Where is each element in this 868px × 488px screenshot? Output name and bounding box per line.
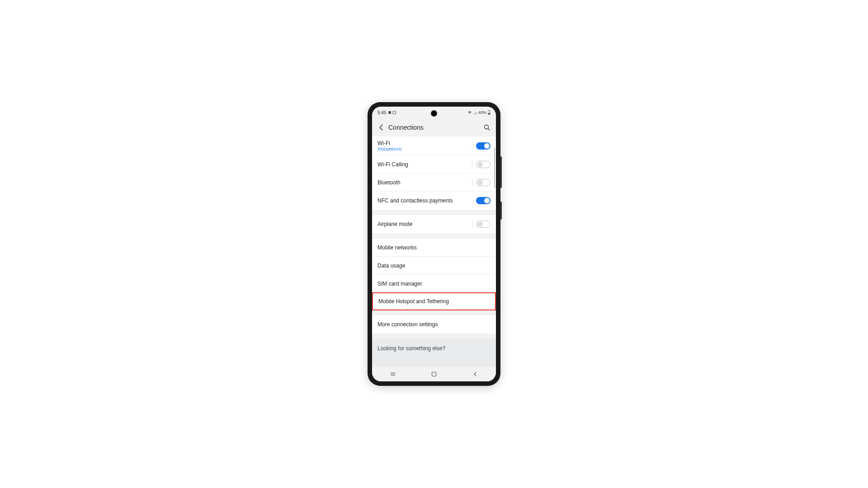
row-text: NFC and contactless payments <box>377 197 453 204</box>
row-nfc[interactable]: NFC and contactless payments <box>372 192 496 210</box>
row-text: Airplane mode <box>377 221 412 227</box>
chevron-left-icon <box>379 124 383 131</box>
search-icon <box>484 124 490 131</box>
toggle-knob <box>484 143 490 149</box>
toggle-knob <box>477 180 483 185</box>
toggle-wrap <box>476 197 491 204</box>
row-title: NFC and contactless payments <box>377 197 453 204</box>
wifi-icon <box>467 111 472 114</box>
back-icon <box>473 371 477 377</box>
row-wifi-calling[interactable]: Wi-Fi Calling <box>372 155 496 174</box>
recents-icon <box>390 372 396 376</box>
nfc-toggle[interactable] <box>476 197 491 204</box>
settings-content: Wi-Fi SSIDptt5GHz Wi-Fi Calling <box>372 136 496 381</box>
row-title: Data usage <box>377 263 405 269</box>
status-time: 5:45 <box>377 110 386 115</box>
row-text: Bluetooth <box>377 179 401 186</box>
row-title: Wi-Fi Calling <box>377 161 408 168</box>
toggle-wrap <box>472 178 491 187</box>
toggle-knob <box>477 221 483 227</box>
status-left: 5:45 <box>377 110 396 115</box>
row-bluetooth[interactable]: Bluetooth <box>372 174 496 192</box>
row-wifi[interactable]: Wi-Fi SSIDptt5GHz <box>372 136 496 155</box>
wifi-toggle[interactable] <box>476 142 491 150</box>
row-title: Bluetooth <box>377 179 401 186</box>
row-title: Mobile Hotspot and Tethering <box>378 298 449 305</box>
row-data-usage[interactable]: Data usage <box>372 257 496 275</box>
scrollbar[interactable] <box>494 147 495 188</box>
row-title: Mobile networks <box>377 244 417 251</box>
svg-rect-3 <box>488 113 490 114</box>
footer-hint[interactable]: Looking for something else? <box>372 339 496 370</box>
toggle-knob <box>477 162 483 167</box>
row-subtitle: SSIDptt5GHz <box>377 147 402 151</box>
airplane-toggle[interactable] <box>476 221 491 228</box>
toggle-wrap <box>472 220 491 228</box>
toggle-separator <box>472 178 472 187</box>
volume-button <box>500 156 502 188</box>
row-title: Airplane mode <box>377 221 412 227</box>
settings-group: Airplane mode <box>372 215 496 233</box>
svg-rect-1 <box>393 111 396 114</box>
row-airplane-mode[interactable]: Airplane mode <box>372 215 496 233</box>
nav-bar <box>372 367 496 381</box>
svg-rect-0 <box>388 111 391 114</box>
svg-rect-10 <box>432 372 436 376</box>
bluetooth-toggle[interactable] <box>476 179 491 186</box>
page-title: Connections <box>388 124 482 131</box>
svg-rect-4 <box>489 110 490 111</box>
wifi-calling-toggle[interactable] <box>476 161 491 168</box>
phone-frame: 5:45 40% Connections <box>368 102 500 386</box>
svg-line-6 <box>488 129 490 131</box>
row-title: More connection settings <box>377 321 438 328</box>
toggle-knob <box>484 198 490 203</box>
toggle-wrap <box>472 142 491 150</box>
toggle-wrap <box>472 160 491 169</box>
nav-back-button[interactable] <box>466 371 484 377</box>
power-button <box>500 202 502 220</box>
row-text: Wi-Fi Calling <box>377 161 408 168</box>
search-button[interactable] <box>482 123 491 132</box>
toggle-separator <box>472 142 472 150</box>
status-notif-icons <box>388 111 396 114</box>
row-title: Wi-Fi <box>377 140 402 146</box>
nav-recents-button[interactable] <box>384 372 402 376</box>
nav-home-button[interactable] <box>425 371 443 377</box>
camera-hole <box>431 110 437 117</box>
row-title: SIM card manager <box>377 281 422 287</box>
row-text: Wi-Fi SSIDptt5GHz <box>377 140 402 151</box>
row-mobile-networks[interactable]: Mobile networks <box>372 239 496 257</box>
home-icon <box>431 371 437 377</box>
row-sim-card-manager[interactable]: SIM card manager <box>372 275 496 293</box>
row-mobile-hotspot-tethering[interactable]: Mobile Hotspot and Tethering <box>372 292 496 310</box>
header-bar: Connections <box>372 118 496 136</box>
toggle-separator <box>472 160 472 169</box>
battery-text: 40% <box>478 110 486 115</box>
battery-icon <box>488 110 491 115</box>
status-right: 40% <box>467 110 491 115</box>
back-button[interactable] <box>377 123 386 132</box>
settings-group: More connection settings <box>372 315 496 333</box>
toggle-separator <box>472 220 472 228</box>
signal-icon <box>473 111 477 114</box>
settings-group: Mobile networks Data usage SIM card mana… <box>372 239 496 310</box>
phone-screen: 5:45 40% Connections <box>372 107 496 381</box>
row-more-connection-settings[interactable]: More connection settings <box>372 315 496 333</box>
settings-group: Wi-Fi SSIDptt5GHz Wi-Fi Calling <box>372 136 496 210</box>
